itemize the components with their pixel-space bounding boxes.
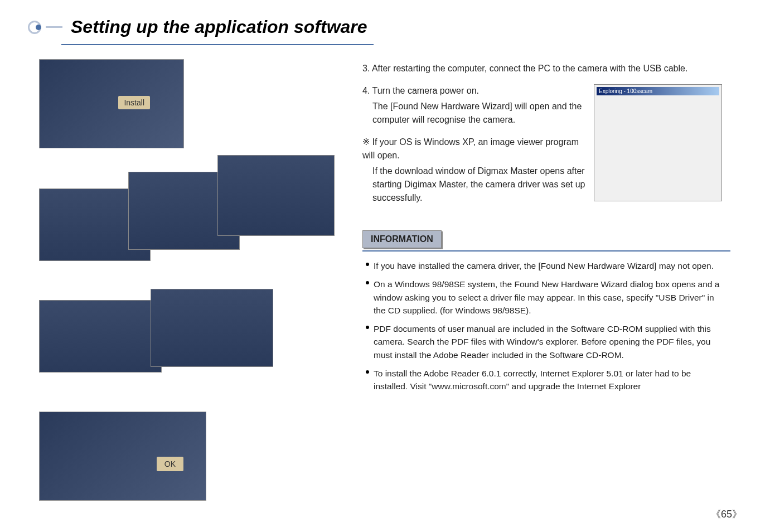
left-column: Install OK [28, 59, 340, 501]
step-4-text-block: 4. Turn the camera power on. The [Found … [362, 84, 585, 214]
page-number-value: 65 [721, 509, 732, 520]
bullet-icon [366, 263, 369, 266]
information-box: INFORMATION If you have installed the ca… [362, 230, 730, 406]
step-4-line2: The [Found New Hardware Wizard] will ope… [362, 100, 585, 127]
screenshot-explorer: Exploring - 100sscam [594, 84, 722, 201]
step-3-text: 3. After restarting the computer, connec… [362, 62, 730, 75]
ok-button-label: OK [157, 457, 183, 471]
explorer-titlebar: Exploring - 100sscam [597, 87, 719, 95]
info-item: If you have installed the camera driver,… [366, 259, 727, 272]
info-item-text: PDF documents of user manual are include… [374, 322, 727, 361]
info-item-text: To install the Adobe Reader 6.0.1 correc… [374, 367, 727, 393]
note2-text: If the download window of Digmax Master … [362, 165, 585, 205]
info-item: On a Windows 98/98SE system, the Found N… [366, 278, 727, 317]
step-4-line1: 4. Turn the camera power on. [362, 84, 585, 98]
page-title: Setting up the application software [71, 17, 367, 37]
step-4-row: 4. Turn the camera power on. The [Found … [362, 84, 730, 214]
info-item-text: If you have installed the camera driver,… [374, 259, 714, 272]
content-columns: Install OK 3. After restarting the compu… [28, 59, 742, 501]
right-column: 3. After restarting the computer, connec… [362, 59, 730, 501]
title-row: Setting up the application software [28, 17, 742, 37]
screenshot-install-2 [151, 289, 273, 367]
information-header: INFORMATION [362, 230, 442, 248]
install-button-label: Install [118, 96, 150, 109]
info-item: PDF documents of user manual are include… [366, 322, 727, 361]
title-underline [61, 44, 374, 45]
screenshot-complete: OK [39, 412, 206, 501]
screenshot-cluster-wizard [39, 155, 335, 272]
info-item: To install the Adobe Reader 6.0.1 correc… [366, 367, 727, 393]
bullet-icon [366, 281, 369, 284]
screenshot-cluster-install [39, 289, 335, 389]
bullet-icon [366, 370, 369, 374]
bullet-icon [366, 326, 369, 329]
note-symbol: ※ [362, 137, 370, 147]
screenshot-install-1 [39, 300, 162, 373]
note-text: If your OS is Windows XP, an image viewe… [362, 137, 579, 160]
screenshot-install-selector: Install [39, 59, 184, 148]
information-content: If you have installed the camera driver,… [362, 250, 730, 406]
page-number: 《65》 [711, 507, 742, 521]
screenshot-wizard-3 [217, 155, 335, 236]
info-item-text: On a Windows 98/98SE system, the Found N… [374, 278, 727, 317]
title-line [46, 26, 62, 28]
title-bullet-icon [28, 21, 41, 34]
